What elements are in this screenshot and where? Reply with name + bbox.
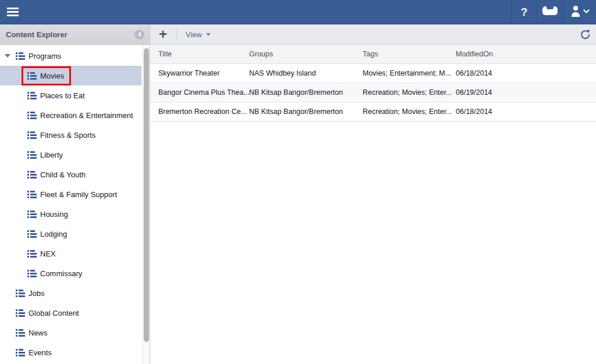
tree-item-label: Liberty [40, 151, 63, 159]
tree-item-label: Jobs [29, 289, 44, 298]
list-toolbar: + View [150, 24, 596, 45]
help-icon: ? [521, 6, 528, 19]
sidebar-item-liberty[interactable]: Liberty [0, 145, 141, 165]
list-icon [27, 151, 37, 159]
tree-item-label: Housing [40, 210, 68, 219]
sidebar-item-places-to-eat[interactable]: Places to Eat [0, 85, 141, 105]
sidebar-item-programs[interactable]: Programs [0, 46, 141, 66]
list-icon [16, 349, 25, 356]
hamburger-icon [7, 8, 19, 16]
view-dropdown-label: View [186, 30, 202, 39]
refresh-icon [580, 29, 591, 40]
list-icon [27, 210, 37, 218]
table-row[interactable]: Bremerton Recreation Ce... NB Kitsap Ban… [150, 102, 596, 122]
sidebar-item-recreation-entertainment[interactable]: Recreation & Entertainment [0, 105, 141, 125]
list-icon [27, 250, 37, 258]
table-row[interactable]: Skywarrior Theater NAS Whidbey Island Mo… [150, 64, 596, 83]
tree-item-label: Recreation & Entertainment [40, 111, 133, 120]
list-icon [27, 171, 37, 179]
list-icon [27, 72, 37, 80]
add-item-button[interactable]: + [157, 28, 169, 40]
sidebar-header: Content Explorer [0, 24, 150, 45]
tree-item-label: Child & Youth [40, 170, 86, 179]
table-header-row: Title Groups Tags ModifiedOn [150, 45, 596, 64]
content-list-panel: + View Title Groups Tags ModifiedOn Skyw… [150, 24, 596, 364]
topbar-actions: ? [511, 0, 596, 24]
list-icon [27, 270, 37, 277]
sidebar-item-nex[interactable]: NEX [0, 244, 141, 263]
list-icon [27, 131, 37, 139]
tree-item-label: Events [29, 348, 52, 357]
view-dropdown[interactable]: View [186, 30, 211, 39]
tree-item-label: Places to Eat [40, 91, 85, 100]
cell-modifiedon: 06/18/2014 [456, 108, 596, 116]
cell-title: Bangor Cinema Plus Thea... [150, 88, 249, 97]
content-explorer-sidebar: Content Explorer Programs [0, 24, 150, 364]
list-icon [16, 52, 25, 60]
top-navigation-bar: ? [0, 0, 596, 24]
toolbar-divider [176, 29, 177, 40]
cell-tags: Recreation; Movies; Enter... [363, 88, 456, 97]
table-row[interactable]: Bangor Cinema Plus Thea... NB Kitsap Ban… [150, 83, 596, 102]
tree-item-label: Programs [29, 52, 61, 60]
chevron-left-icon [137, 32, 142, 37]
tree-item-label: Movies [40, 72, 64, 80]
tree-item-label: Commissary [40, 269, 82, 278]
help-button[interactable]: ? [511, 0, 537, 24]
column-header-title[interactable]: Title [150, 50, 249, 58]
sidebar-item-movies[interactable]: Movies [0, 66, 141, 85]
cell-groups: NAS Whidbey Island [249, 69, 363, 77]
sidebar-scrollbar[interactable] [143, 45, 150, 364]
cell-groups: NB Kitsap Bangor/Bremerton [249, 108, 363, 116]
tree-item-label: Fleet & Family Support [40, 190, 117, 199]
list-icon [27, 230, 37, 238]
tree-item-label: Fitness & Sports [40, 131, 95, 140]
chevron-down-icon [206, 33, 211, 36]
cell-tags: Movies; Entertainment; M... [363, 69, 456, 77]
app-window: ? [0, 0, 596, 364]
tree-item-label: Global Content [29, 309, 79, 317]
sidebar-title: Content Explorer [6, 30, 67, 39]
cell-tags: Recreation; Movies; Enter... [363, 108, 456, 116]
list-icon [27, 191, 37, 198]
cell-groups: NB Kitsap Bangor/Bremerton [249, 88, 363, 97]
list-icon [16, 309, 25, 317]
sidebar-item-child-youth[interactable]: Child & Youth [0, 165, 141, 184]
content-tree: Programs Movies Places to Eat [0, 45, 150, 364]
sidebar-collapse-button[interactable] [134, 30, 144, 40]
sidebar-item-fleet-family-support[interactable]: Fleet & Family Support [0, 184, 141, 204]
menu-button[interactable] [0, 0, 33, 24]
tree-item-label: News [29, 329, 48, 337]
sidebar-scrollbar-thumb[interactable] [144, 48, 149, 342]
inbox-tray-icon [542, 6, 558, 17]
list-icon [27, 92, 37, 99]
sidebar-item-housing[interactable]: Housing [0, 204, 141, 224]
cell-title: Bremerton Recreation Ce... [150, 108, 249, 116]
column-header-modifiedon[interactable]: ModifiedOn [456, 50, 596, 58]
cell-modifiedon: 06/18/2014 [456, 69, 596, 77]
user-icon [569, 5, 590, 19]
sidebar-item-global-content[interactable]: Global Content [0, 303, 141, 323]
sidebar-item-fitness-sports[interactable]: Fitness & Sports [0, 125, 141, 145]
sidebar-item-lodging[interactable]: Lodging [0, 224, 141, 244]
tree-item-label: Lodging [40, 230, 67, 238]
user-menu-button[interactable] [562, 0, 596, 24]
inbox-button[interactable] [537, 0, 562, 24]
column-header-groups[interactable]: Groups [249, 50, 363, 58]
refresh-button[interactable] [580, 29, 591, 42]
sidebar-item-commissary[interactable]: Commissary [0, 263, 141, 283]
tree-item-label: NEX [40, 249, 56, 258]
list-icon [27, 112, 37, 119]
list-icon [16, 290, 25, 297]
cell-title: Skywarrior Theater [150, 69, 249, 77]
list-icon [16, 329, 25, 337]
column-header-tags[interactable]: Tags [363, 50, 456, 58]
cell-modifiedon: 06/19/2014 [456, 88, 596, 97]
sidebar-item-jobs[interactable]: Jobs [0, 283, 141, 303]
red-highlight-box: Movies [22, 66, 71, 85]
sidebar-item-events[interactable]: Events [0, 342, 141, 362]
expander-caret-icon[interactable] [4, 54, 11, 58]
sidebar-item-news[interactable]: News [0, 323, 141, 342]
